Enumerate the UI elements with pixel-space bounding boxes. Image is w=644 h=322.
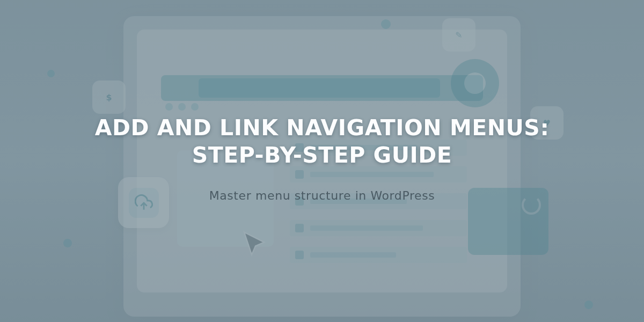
hero-content: ADD AND LINK NAVIGATION MENUS: STEP-BY-S…: [0, 0, 644, 322]
hero-title-line2: STEP-BY-STEP GUIDE: [192, 142, 452, 168]
hero-title-line1: ADD AND LINK NAVIGATION MENUS:: [95, 115, 550, 141]
hero-subtitle: Master menu structure in WordPress: [209, 189, 435, 202]
hero-title: ADD AND LINK NAVIGATION MENUS: STEP-BY-S…: [95, 114, 550, 168]
